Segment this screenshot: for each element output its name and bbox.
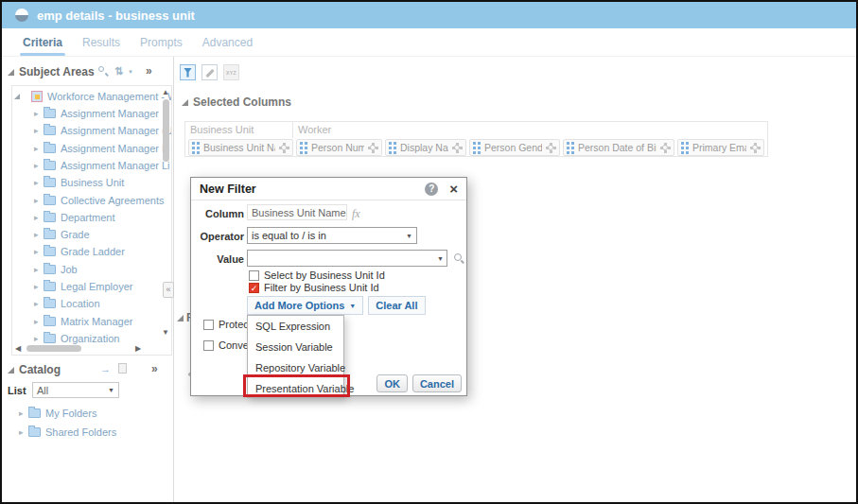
catalog-item[interactable]: ▸Shared Folders	[19, 424, 116, 441]
column-pill[interactable]: Person Gender	[469, 139, 560, 156]
drag-handle-icon[interactable]	[567, 142, 574, 154]
tab-advanced[interactable]: Advanced	[202, 36, 253, 49]
column-options-gear-icon[interactable]	[750, 143, 761, 153]
add-more-options-button[interactable]: Add More Options ▼	[247, 296, 363, 315]
tree-item[interactable]: ▸Assignment Manager Li	[34, 140, 170, 157]
tab-results[interactable]: Results	[82, 36, 120, 49]
expand-icon[interactable]: ▸	[34, 126, 44, 135]
vertical-scrollbar-thumb[interactable]	[163, 99, 169, 162]
catalog-item[interactable]: ▸My Folders	[19, 405, 96, 422]
tree-item-label[interactable]: Collective Agreements	[61, 195, 164, 206]
drag-handle-icon[interactable]	[473, 142, 481, 154]
tree-item-label[interactable]: Assignment Manager Li	[61, 143, 170, 154]
catalog-item-label[interactable]: My Folders	[45, 408, 96, 419]
expand-icon[interactable]: ▸	[34, 109, 44, 118]
expand-icon[interactable]: ▸	[34, 213, 44, 222]
tree-item-label[interactable]: Organization	[61, 333, 119, 344]
section-collapse-icon[interactable]	[8, 69, 14, 76]
scroll-left-icon[interactable]: ◀	[15, 345, 21, 353]
tree-item-label[interactable]: Location	[61, 298, 100, 309]
pane-chevrons-icon[interactable]: »	[146, 64, 152, 78]
section-collapse-icon[interactable]	[177, 315, 184, 322]
operator-dropdown[interactable]: is equal to / is in ▼	[247, 227, 417, 244]
tree-item[interactable]: ▸Legal Employer	[34, 278, 132, 295]
sort-icon[interactable]: ⇅	[114, 65, 123, 78]
copy-icon[interactable]	[118, 363, 127, 374]
horizontal-scrollbar-thumb[interactable]	[26, 345, 81, 352]
tree-item-label[interactable]: Business Unit	[61, 177, 124, 188]
expand-icon[interactable]: ▸	[34, 230, 44, 239]
pane-chevrons-icon[interactable]: »	[151, 362, 158, 375]
fx-icon[interactable]: fx	[352, 207, 360, 221]
section-collapse-icon[interactable]	[182, 99, 188, 106]
expand-icon[interactable]: ▸	[34, 334, 44, 343]
column-options-gear-icon[interactable]	[279, 143, 289, 153]
expand-icon[interactable]: ▸	[34, 317, 44, 326]
close-icon[interactable]: ×	[449, 182, 458, 196]
tree-item-label[interactable]: Legal Employer	[61, 281, 132, 292]
expand-icon[interactable]	[14, 94, 20, 99]
column-value-field[interactable]: Business Unit Name	[247, 204, 347, 220]
tree-item-label[interactable]: Assignment Manager Li	[61, 160, 170, 171]
tree-item-label[interactable]: Grade	[61, 229, 90, 240]
tree-item[interactable]: ▸Department	[34, 209, 114, 226]
expand-icon[interactable]: ▸	[34, 178, 44, 187]
tree-item[interactable]: ▸Matrix Manager	[34, 313, 132, 330]
column-name[interactable]: Business Unit Name	[203, 142, 275, 153]
column-name[interactable]: Person Gender	[484, 142, 542, 153]
expand-icon[interactable]: ▸	[34, 161, 44, 170]
tree-item-label[interactable]: Grade Ladder	[61, 246, 125, 257]
expand-icon[interactable]: ▸	[34, 196, 44, 205]
tab-criteria[interactable]: Criteria	[23, 36, 62, 49]
protect-filter-checkbox[interactable]	[203, 320, 214, 330]
column-name[interactable]: Primary Email	[692, 142, 746, 153]
catalog-item-label[interactable]: Shared Folders	[45, 426, 116, 438]
pane-collapse-handle[interactable]: «	[163, 282, 174, 298]
value-search-icon[interactable]	[454, 253, 464, 264]
drag-handle-icon[interactable]	[681, 142, 689, 154]
scroll-up-icon[interactable]: ▲	[162, 89, 169, 96]
value-combo[interactable]: ▼	[247, 250, 447, 267]
expand-icon[interactable]: ▸	[34, 247, 44, 256]
scroll-down-icon[interactable]: ▼	[162, 329, 169, 337]
column-pill[interactable]: Person Date of Birth	[563, 139, 674, 156]
xyz-icon[interactable]: XYZ	[223, 64, 239, 80]
column-name[interactable]: Display Name	[400, 142, 448, 153]
search-icon[interactable]	[98, 66, 108, 76]
drag-handle-icon[interactable]	[192, 142, 200, 154]
column-name[interactable]: Person Date of Birth	[578, 142, 657, 153]
tree-item-label[interactable]: Matrix Manager	[61, 316, 132, 327]
tree-item[interactable]: ▸Assignment Manager	[34, 105, 159, 122]
convert-filter-checkbox[interactable]	[203, 340, 214, 351]
drag-handle-icon[interactable]	[300, 142, 307, 154]
sort-caret-icon[interactable]: ▼	[128, 69, 133, 75]
expand-icon[interactable]: ▸	[19, 427, 28, 437]
expand-icon[interactable]: ▸	[34, 144, 44, 153]
scroll-right-icon[interactable]: ▶	[135, 345, 141, 353]
expand-icon[interactable]: ▸	[34, 299, 44, 308]
clear-all-button[interactable]: Clear All	[368, 296, 425, 315]
tree-item[interactable]: ▸Location	[34, 295, 100, 312]
menu-item-sql-expression[interactable]: SQL Expression	[248, 316, 343, 337]
drag-handle-icon[interactable]	[389, 142, 396, 154]
tree-item-root[interactable]: Workforce Management - W	[14, 88, 172, 105]
column-options-gear-icon[interactable]	[546, 143, 556, 153]
ok-button[interactable]: OK	[376, 374, 408, 392]
select-by-id-checkbox[interactable]	[249, 270, 259, 281]
column-name[interactable]: Person Number	[311, 142, 364, 153]
expand-icon[interactable]: ▸	[19, 408, 28, 418]
tree-item[interactable]: ▸Grade	[34, 226, 90, 243]
tab-prompts[interactable]: Prompts	[140, 36, 183, 49]
tree-item[interactable]: ▸Grade Ladder	[34, 243, 125, 260]
expand-icon[interactable]: ▸	[34, 282, 44, 291]
tree-item[interactable]: ▸Job	[34, 261, 78, 278]
menu-item-session-variable[interactable]: Session Variable	[248, 337, 343, 357]
edit-formula-icon[interactable]	[201, 64, 218, 80]
tree-item[interactable]: ▸Assignment Manager (U	[34, 122, 172, 139]
tree-item-label[interactable]: Workforce Management - W	[47, 91, 172, 102]
column-options-gear-icon[interactable]	[660, 143, 671, 153]
tree-item[interactable]: ▸Business Unit	[34, 174, 124, 191]
tree-item[interactable]: ▸Assignment Manager Li	[34, 157, 170, 174]
tree-item-label[interactable]: Assignment Manager (U	[61, 125, 172, 136]
filter-by-id-checkbox[interactable]: ✓	[249, 283, 259, 293]
